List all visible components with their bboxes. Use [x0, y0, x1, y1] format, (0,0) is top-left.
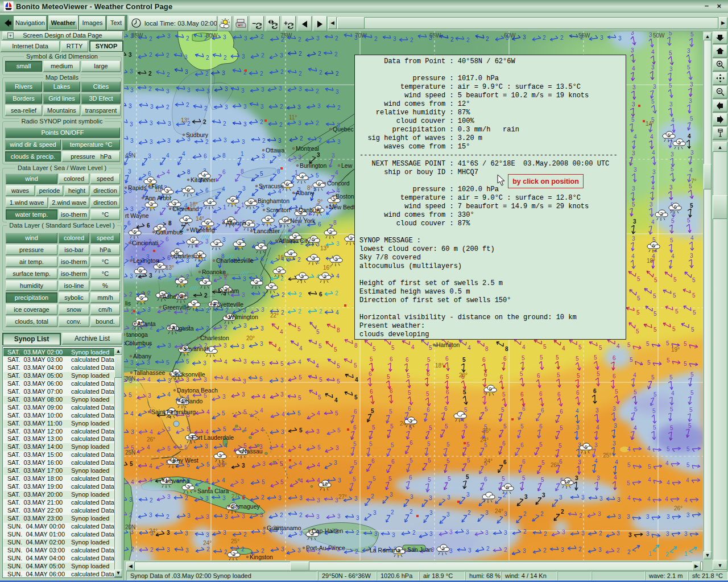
svg-text:Kitchener: Kitchener: [191, 176, 216, 183]
svg-text:Greenville: Greenville: [163, 304, 189, 311]
svg-text:5: 5: [283, 218, 286, 224]
svg-text:Orlando: Orlando: [181, 398, 203, 404]
svg-text:2: 2: [441, 546, 444, 551]
svg-text:Cincinnati: Cincinnati: [132, 240, 158, 246]
svg-text:Jacksonville: Jacksonville: [173, 371, 205, 378]
svg-text:Binghamton: Binghamton: [258, 197, 289, 204]
svg-text:6: 6: [206, 220, 209, 226]
svg-text:10: 10: [322, 481, 328, 487]
svg-text:Fayetteville: Fayetteville: [213, 301, 243, 308]
svg-text:Roanoke: Roanoke: [202, 269, 226, 275]
svg-text:3: 3: [677, 140, 680, 146]
svg-text:10: 10: [564, 479, 570, 485]
svg-text:4: 4: [300, 174, 303, 180]
svg-text:tanooga: tanooga: [126, 331, 148, 338]
svg-text:5: 5: [139, 268, 142, 274]
svg-text:4: 4: [184, 217, 187, 222]
svg-text:Nassau: Nassau: [242, 448, 263, 455]
svg-text:San Juan: San Juan: [407, 546, 433, 553]
svg-text:3: 3: [187, 484, 189, 490]
svg-text:Rapids: Rapids: [128, 184, 147, 191]
svg-text:2: 2: [180, 278, 183, 284]
svg-text:2: 2: [255, 279, 258, 285]
svg-text:2: 2: [332, 197, 335, 203]
svg-text:Syracuse: Syracuse: [259, 183, 284, 189]
svg-text:Lew: Lew: [341, 162, 353, 169]
svg-text:4: 4: [208, 200, 211, 205]
svg-text:Lancaster: Lancaster: [254, 228, 280, 234]
svg-text:2: 2: [323, 274, 326, 279]
svg-text:La Romana: La Romana: [370, 547, 400, 554]
svg-text:Charleston: Charleston: [200, 335, 229, 341]
svg-text:2: 2: [192, 301, 195, 307]
svg-text:Cleveland: Cleveland: [172, 205, 199, 212]
svg-text:Lexington: Lexington: [133, 257, 159, 264]
svg-text:Charlottesville: Charlottesville: [216, 257, 254, 264]
svg-text:3: 3: [409, 418, 412, 424]
svg-text:5: 5: [158, 263, 161, 269]
svg-text:Durham: Durham: [218, 287, 239, 294]
svg-text:rt Wayne: rt Wayne: [125, 212, 149, 219]
svg-text:3: 3: [238, 241, 241, 246]
svg-text:6: 6: [317, 181, 320, 187]
svg-text:5: 5: [667, 133, 670, 138]
svg-text:3: 3: [150, 201, 152, 207]
svg-text:Ottawa: Ottawa: [266, 147, 284, 154]
svg-text:6: 6: [231, 197, 234, 203]
svg-text:Sudbury: Sudbury: [186, 131, 209, 138]
svg-text:5: 5: [140, 295, 143, 301]
svg-text:Augusta: Augusta: [172, 325, 194, 332]
svg-text:80W: 80W: [206, 32, 218, 39]
svg-text:Albany: Albany: [133, 353, 152, 360]
svg-text:1: 1: [191, 238, 194, 244]
svg-text:Columbus: Columbus: [125, 340, 152, 346]
svg-text:3: 3: [300, 274, 303, 279]
svg-text:Hamilton: Hamilton: [436, 341, 460, 348]
svg-text:Danbury: Danbury: [299, 207, 321, 213]
svg-text:Concord: Concord: [327, 180, 350, 187]
svg-text:6: 6: [673, 204, 676, 210]
svg-text:3: 3: [334, 257, 337, 262]
svg-text:8: 8: [506, 485, 508, 490]
svg-text:6: 6: [286, 181, 288, 187]
svg-text:Atlanta: Atlanta: [137, 320, 156, 327]
svg-text:3: 3: [218, 453, 221, 459]
svg-text:Havanna: Havanna: [166, 477, 189, 484]
svg-text:Savannah: Savannah: [183, 345, 210, 352]
svg-text:lis: lis: [125, 300, 131, 307]
svg-text:Guantanamo: Guantanamo: [267, 525, 301, 531]
svg-text:9: 9: [489, 386, 491, 392]
svg-text:3: 3: [247, 221, 250, 227]
svg-text:Altoona: Altoona: [226, 220, 246, 226]
svg-text:2: 2: [349, 236, 352, 241]
svg-text:2: 2: [660, 211, 663, 217]
svg-text:4: 4: [289, 251, 292, 257]
svg-text:Kingston: Kingston: [250, 554, 273, 560]
svg-text:Flint: Flint: [151, 183, 163, 190]
svg-text:Atlantic City: Atlantic City: [279, 237, 311, 244]
svg-text:Boston: Boston: [336, 193, 354, 200]
svg-text:Santa Clara: Santa Clara: [197, 488, 229, 494]
svg-text:Scranton: Scranton: [266, 207, 290, 213]
svg-text:Daytona Beach: Daytona Beach: [177, 387, 218, 394]
svg-text:2: 2: [278, 268, 280, 274]
svg-text:Saint Petersburg: Saint Petersburg: [151, 408, 196, 415]
svg-text:New York: New York: [290, 217, 316, 224]
svg-text:2: 2: [215, 241, 218, 246]
svg-text:Cap-Haitien: Cap-Haitien: [312, 527, 344, 534]
svg-text:2: 2: [270, 284, 272, 290]
svg-text:5: 5: [312, 237, 315, 242]
svg-text:Wheeling: Wheeling: [190, 226, 215, 233]
svg-text:6: 6: [652, 243, 655, 249]
svg-text:3: 3: [166, 188, 168, 194]
svg-text:Quebec: Quebec: [333, 126, 354, 133]
svg-text:3: 3: [204, 279, 206, 285]
svg-text:2: 2: [329, 229, 332, 235]
svg-text:Ann Arbor: Ann Arbor: [145, 195, 172, 201]
svg-text:Burlington: Burlington: [300, 162, 326, 169]
svg-text:Albany: Albany: [296, 189, 315, 196]
svg-text:Fort Lauderdale: Fort Lauderdale: [192, 434, 234, 441]
svg-text:2: 2: [259, 244, 262, 250]
svg-text:Montreal: Montreal: [296, 145, 319, 152]
svg-text:5: 5: [249, 200, 252, 205]
